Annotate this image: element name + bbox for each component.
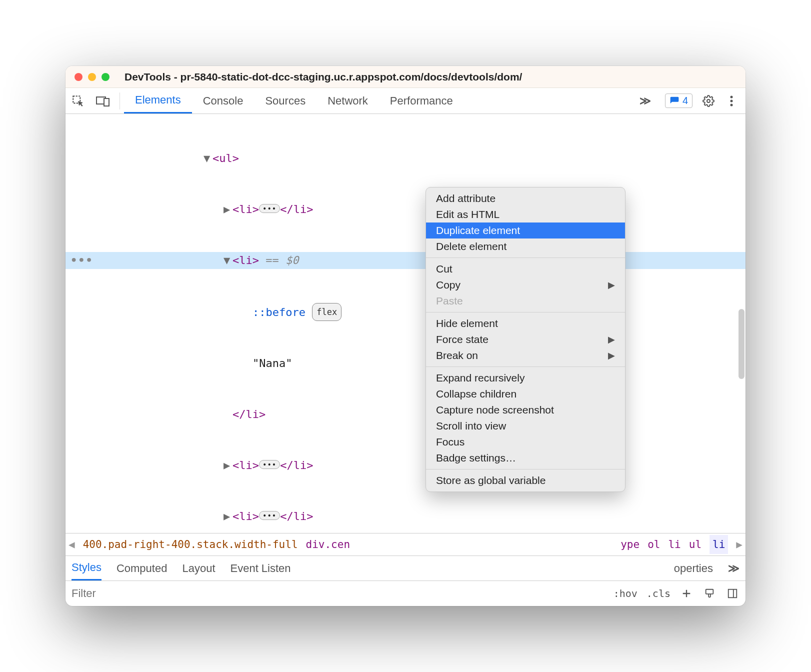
breadcrumb-crumb[interactable]: ype (620, 536, 640, 553)
tab-sources[interactable]: Sources (254, 88, 316, 114)
dom-node-li-collapsed[interactable]: ▶<li>•••</li> (66, 457, 746, 474)
tabs-overflow-icon[interactable]: ≫ (634, 94, 656, 108)
svg-rect-1 (104, 98, 109, 106)
ellipsis-icon: ••• (259, 511, 280, 520)
breadcrumb-crumb[interactable]: ul (689, 536, 702, 553)
toolbar-right: ≫ 4 (634, 94, 746, 108)
ellipsis-icon: ••• (259, 204, 280, 213)
ctx-collapse-children[interactable]: Collapse children (426, 386, 625, 402)
styles-panel: Styles Computed Layout Event Listen oper… (66, 556, 746, 606)
ctx-cut[interactable]: Cut (426, 261, 625, 277)
main-toolbar: Elements Console Sources Network Perform… (66, 88, 746, 114)
window-title: DevTools - pr-5840-static-dot-dcc-stagin… (124, 71, 522, 83)
ctx-copy[interactable]: Copy▶ (426, 277, 625, 293)
tab-layout[interactable]: Layout (182, 562, 215, 575)
tab-performance[interactable]: Performance (379, 88, 464, 114)
cls-toggle[interactable]: .cls (646, 588, 670, 600)
breadcrumb-crumb-selected[interactable]: li (710, 535, 728, 554)
settings-gear-icon[interactable] (702, 94, 716, 108)
elements-panel: ▼<ul> ▶<li>•••</li> •••▼<li> == $0 ::bef… (66, 114, 746, 556)
context-menu: Add attribute Edit as HTML Duplicate ele… (426, 187, 626, 492)
ctx-paste: Paste (426, 293, 625, 309)
gutter-dots-icon: ••• (70, 252, 94, 269)
separator (120, 92, 120, 110)
styles-filter-input[interactable] (72, 587, 209, 600)
dom-node-before[interactable]: ::before flex (66, 303, 746, 321)
chevron-right-icon: ▶ (608, 350, 615, 361)
ctx-break-on[interactable]: Break on▶ (426, 348, 625, 364)
ctx-duplicate-element[interactable]: Duplicate element (426, 222, 625, 238)
devtools-window: DevTools - pr-5840-static-dot-dcc-stagin… (66, 66, 746, 606)
computed-sidebar-icon[interactable] (726, 586, 740, 600)
separator (426, 366, 625, 367)
ctx-focus[interactable]: Focus (426, 434, 625, 450)
new-style-rule-plus-icon[interactable] (680, 586, 694, 600)
ctx-edit-as-html[interactable]: Edit as HTML (426, 206, 625, 222)
breadcrumb: ◀ 400.pad-right-400.stack.width-full div… (66, 533, 746, 556)
svg-point-5 (730, 104, 733, 106)
svg-point-3 (730, 96, 733, 98)
ctx-scroll-into-view[interactable]: Scroll into view (426, 418, 625, 434)
svg-point-2 (707, 100, 710, 102)
ctx-capture-screenshot[interactable]: Capture node screenshot (426, 402, 625, 418)
hov-toggle[interactable]: :hov (614, 588, 638, 600)
titlebar: DevTools - pr-5840-static-dot-dcc-stagin… (66, 66, 746, 88)
breadcrumb-right-icon[interactable]: ▶ (736, 536, 742, 553)
dom-node-li-collapsed[interactable]: ▶<li>•••</li> (66, 508, 746, 525)
ctx-hide-element[interactable]: Hide element (426, 316, 625, 332)
dom-tree[interactable]: ▼<ul> ▶<li>•••</li> •••▼<li> == $0 ::bef… (66, 114, 746, 533)
separator (426, 312, 625, 312)
scrollbar-thumb[interactable] (738, 309, 744, 379)
ctx-force-state[interactable]: Force state▶ (426, 332, 625, 348)
breadcrumb-crumb[interactable]: li (668, 536, 680, 553)
styles-filter-row: :hov .cls (66, 581, 746, 606)
tab-computed[interactable]: Computed (116, 562, 168, 575)
flex-badge[interactable]: flex (312, 303, 342, 321)
ctx-store-global[interactable]: Store as global variable (426, 472, 625, 488)
breadcrumb-left-icon[interactable]: ◀ (68, 536, 75, 553)
tab-elements[interactable]: Elements (124, 88, 192, 114)
maximize-window-button[interactable] (102, 73, 110, 81)
separator (426, 469, 625, 470)
tab-styles[interactable]: Styles (72, 556, 102, 580)
issues-badge[interactable]: 4 (665, 94, 692, 108)
issues-count: 4 (682, 95, 688, 106)
lower-tabs-overflow-icon[interactable]: ≫ (728, 562, 740, 575)
paint-brush-icon[interactable] (702, 586, 716, 600)
traffic-lights (74, 73, 110, 81)
breadcrumb-crumb[interactable]: ol (648, 536, 660, 553)
ellipsis-icon: ••• (259, 460, 280, 469)
breadcrumb-crumb[interactable]: div.cen (306, 536, 350, 553)
svg-point-4 (730, 100, 733, 102)
dom-text-nana[interactable]: "Nana" (66, 355, 746, 372)
svg-rect-6 (706, 590, 714, 594)
tab-event-listeners[interactable]: Event Listen (230, 562, 291, 575)
tab-properties[interactable]: operties (674, 562, 713, 575)
tab-console[interactable]: Console (192, 88, 254, 114)
tab-network[interactable]: Network (316, 88, 379, 114)
dom-node-li-collapsed[interactable]: ▶<li>•••</li> (66, 201, 746, 218)
ctx-expand-recursively[interactable]: Expand recursively (426, 370, 625, 386)
breadcrumb-crumb[interactable]: 400.pad-right-400.stack.width-full (83, 536, 298, 553)
lower-tabs: Styles Computed Layout Event Listen oper… (66, 556, 746, 581)
ctx-badge-settings[interactable]: Badge settings… (426, 450, 625, 466)
ctx-delete-element[interactable]: Delete element (426, 238, 625, 254)
separator (426, 258, 625, 258)
chevron-right-icon: ▶ (608, 334, 615, 345)
svg-rect-7 (728, 590, 737, 598)
close-window-button[interactable] (74, 73, 82, 81)
ctx-add-attribute[interactable]: Add attribute (426, 190, 625, 206)
device-toolbar-icon[interactable] (90, 96, 116, 106)
minimize-window-button[interactable] (88, 73, 96, 81)
dom-node-ul[interactable]: ▼<ul> (66, 150, 746, 167)
kebab-menu-icon[interactable] (724, 94, 738, 108)
dom-node-li-selected[interactable]: •••▼<li> == $0 (66, 252, 746, 269)
inspect-element-icon[interactable] (66, 94, 90, 108)
dom-node-li-close[interactable]: </li> (66, 406, 746, 423)
chevron-right-icon: ▶ (608, 280, 615, 290)
